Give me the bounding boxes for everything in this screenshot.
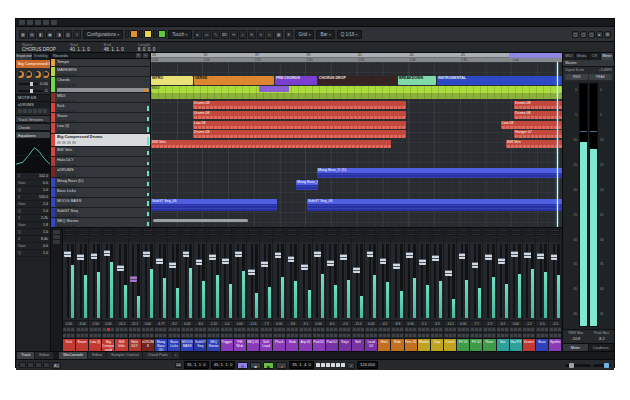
read-icon[interactable] bbox=[291, 334, 294, 337]
mute-icon[interactable] bbox=[63, 328, 66, 331]
listen-icon[interactable] bbox=[269, 328, 272, 331]
read-icon[interactable] bbox=[409, 334, 412, 337]
automation-slot-2[interactable] bbox=[153, 30, 157, 38]
edit-tool-icon-4[interactable]: ✂ bbox=[230, 30, 238, 39]
toolbar-tool-icon-6[interactable]: ≡ bbox=[73, 30, 81, 39]
write-icon[interactable] bbox=[361, 334, 364, 337]
track-row-bass-licks[interactable]: Bass Licks bbox=[51, 188, 150, 198]
mute-icon[interactable] bbox=[274, 328, 277, 331]
insert-slot[interactable] bbox=[406, 229, 416, 232]
send-slot[interactable] bbox=[392, 233, 402, 236]
toolbar-tool-icon-1[interactable]: ▤ bbox=[28, 30, 36, 39]
mute-icon[interactable] bbox=[57, 141, 61, 144]
listen-icon[interactable] bbox=[71, 328, 74, 331]
mixer-channel-pad-02[interactable]: -6.5Pad 02 bbox=[326, 228, 339, 351]
insert-slot[interactable] bbox=[130, 229, 140, 232]
listen-icon[interactable] bbox=[111, 328, 114, 331]
track-row-chords[interactable]: Chords bbox=[51, 77, 150, 93]
inspector-section-track-versions[interactable]: Track Versions bbox=[16, 115, 50, 123]
send-slot[interactable] bbox=[103, 233, 113, 236]
solo-icon[interactable] bbox=[62, 174, 66, 177]
mixer-channel-synths[interactable]: -2.0Synths bbox=[549, 228, 562, 351]
channel-name[interactable]: Riser bbox=[483, 338, 495, 351]
write-icon[interactable] bbox=[242, 334, 245, 337]
edit-icon[interactable] bbox=[510, 334, 513, 337]
mixer-channel-moog-bass[interactable]: 0.00MOOG BASS bbox=[181, 228, 194, 351]
add-zone-tab-button[interactable]: + bbox=[173, 352, 179, 359]
solo-icon[interactable] bbox=[343, 328, 346, 331]
chord-track-monitor-dropdown[interactable] bbox=[57, 88, 149, 93]
right-zone-tab-meter[interactable]: Meter bbox=[601, 53, 614, 60]
read-icon[interactable] bbox=[514, 334, 517, 337]
audio-clip-low-08[interactable]: Low 08 bbox=[193, 121, 406, 129]
lowcut-knob[interactable] bbox=[25, 71, 32, 78]
send-slot[interactable] bbox=[498, 233, 508, 236]
mute-icon[interactable] bbox=[57, 225, 61, 228]
mute-icon[interactable] bbox=[458, 328, 461, 331]
mute-icon[interactable] bbox=[510, 328, 513, 331]
channel-name[interactable]: SEQ 01 bbox=[247, 338, 259, 351]
send-slot[interactable] bbox=[300, 233, 310, 236]
read-icon[interactable] bbox=[357, 334, 360, 337]
read-icon[interactable] bbox=[304, 334, 307, 337]
channel-name[interactable]: Crash bbox=[444, 338, 456, 351]
listen-icon[interactable] bbox=[295, 328, 298, 331]
tempo-display[interactable]: 124.000 bbox=[357, 361, 378, 369]
eq-param-row-9[interactable]: 48.4k bbox=[16, 236, 50, 243]
edit-icon[interactable] bbox=[247, 334, 250, 337]
write-icon[interactable] bbox=[518, 334, 521, 337]
track-row-markers[interactable]: MARKERS bbox=[51, 67, 150, 77]
listen-icon[interactable] bbox=[492, 328, 495, 331]
mixer-channel-perc-01[interactable]: 0.00Perc 01 bbox=[405, 228, 418, 351]
marker-jump-button-5[interactable] bbox=[336, 363, 340, 367]
send-slot[interactable] bbox=[537, 233, 547, 236]
read-icon[interactable] bbox=[343, 334, 346, 337]
filter-icon[interactable]: ≡ bbox=[136, 53, 141, 58]
track-row-tempo[interactable]: Tempo bbox=[51, 59, 150, 67]
mute-icon[interactable] bbox=[57, 110, 61, 113]
info-field-value[interactable]: 48. 1. 1. 0 bbox=[104, 47, 124, 52]
write-icon[interactable] bbox=[334, 334, 337, 337]
read-icon[interactable] bbox=[212, 334, 215, 337]
mixer-view-icon[interactable] bbox=[53, 235, 60, 239]
channel-name[interactable]: Shaker bbox=[418, 338, 430, 351]
channel-name[interactable]: Arp 01 bbox=[299, 338, 311, 351]
solo-icon[interactable] bbox=[62, 141, 66, 144]
read-icon[interactable] bbox=[330, 334, 333, 337]
send-slot[interactable] bbox=[287, 233, 297, 236]
read-icon[interactable] bbox=[120, 334, 123, 337]
edit-icon[interactable] bbox=[550, 334, 553, 337]
write-icon[interactable] bbox=[203, 334, 206, 337]
mute-icon[interactable] bbox=[18, 109, 22, 113]
record-icon[interactable] bbox=[67, 174, 71, 177]
right-locator-display[interactable]: 45. 1. 1. 0 bbox=[211, 361, 236, 369]
solo-icon[interactable] bbox=[199, 328, 202, 331]
eq-param-value[interactable]: 1.0 bbox=[43, 187, 48, 193]
send-slot[interactable] bbox=[208, 233, 218, 236]
write-icon[interactable] bbox=[413, 334, 416, 337]
pool-icon[interactable] bbox=[35, 20, 41, 25]
read-icon[interactable] bbox=[251, 334, 254, 337]
cycle-button[interactable]: ⟳ bbox=[237, 362, 248, 369]
automation-state-button-1[interactable] bbox=[144, 30, 152, 38]
mute-icon[interactable] bbox=[57, 120, 61, 123]
toolbar-tool-icon-4[interactable]: ◨ bbox=[55, 30, 63, 39]
mixer-channel-low-f-[interactable]: -1.50Low (f) bbox=[89, 228, 102, 351]
monitor-icon[interactable] bbox=[72, 205, 76, 208]
read-icon[interactable] bbox=[449, 334, 452, 337]
write-icon[interactable] bbox=[466, 334, 469, 337]
solo-icon[interactable] bbox=[62, 154, 66, 157]
read-icon[interactable] bbox=[317, 334, 320, 337]
edit-icon[interactable] bbox=[484, 334, 487, 337]
audio-clip-drums-08[interactable]: Drums 08 bbox=[514, 101, 562, 109]
edit-icon[interactable] bbox=[353, 334, 356, 337]
info-field-value[interactable]: 8. 0. 0. 0 bbox=[138, 47, 156, 52]
monitor-icon[interactable] bbox=[72, 164, 76, 167]
marker-clip-breakdown[interactable]: BREAKDOWN bbox=[398, 76, 436, 85]
insert-slot[interactable] bbox=[366, 229, 376, 232]
track-row-low-f-[interactable]: Low (f) bbox=[51, 123, 150, 134]
left-locator-display[interactable]: 35. 1. 1. 0 bbox=[184, 361, 209, 369]
listen-icon[interactable] bbox=[163, 328, 166, 331]
edit-icon[interactable] bbox=[471, 334, 474, 337]
inspector-preset-row-1[interactable]: xDRUMS bbox=[16, 101, 50, 108]
